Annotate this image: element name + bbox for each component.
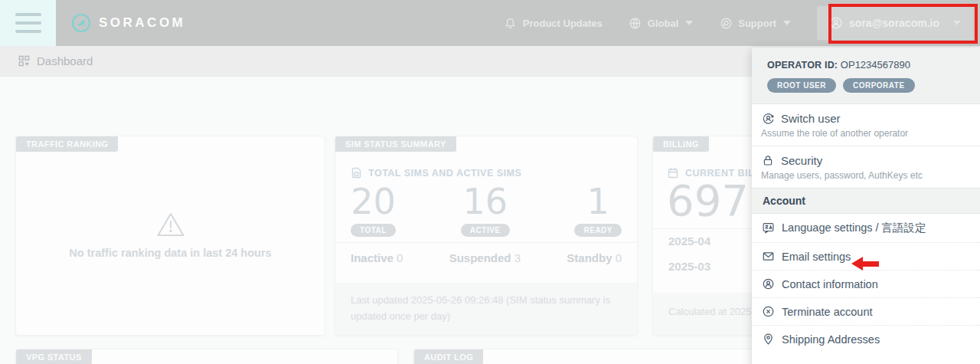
user-email-label: sora@soracom.io	[849, 17, 939, 29]
menu-item-language-settings[interactable]: Language settings / 言語設定	[752, 214, 980, 242]
billing-month-row[interactable]: 2025-04	[668, 234, 710, 248]
breadcrumb-dashboard[interactable]: Dashboard	[37, 54, 93, 67]
warning-icon	[156, 212, 185, 241]
bell-icon	[504, 17, 518, 30]
x-circle-icon	[761, 305, 775, 318]
billing-month-row[interactable]: 2025-03	[668, 260, 710, 273]
root-user-badge: ROOT USER	[767, 78, 836, 93]
hamburger-icon	[15, 13, 41, 16]
traffic-ranking-title: TRAFFIC RANKING	[16, 136, 118, 152]
terminate-account-label: Terminate account	[782, 306, 872, 318]
shipping-addresses-label: Shipping Addresses	[782, 333, 880, 346]
email-settings-label: Email settings	[782, 251, 851, 263]
chevron-down-icon	[783, 21, 791, 25]
product-updates-button[interactable]: Product Updates	[504, 17, 603, 30]
language-settings-label: Language settings / 言語設定	[782, 221, 926, 235]
hamburger-menu-button[interactable]	[0, 0, 56, 46]
status-badge: TOTAL	[351, 224, 396, 237]
soracom-logo[interactable]: SORACOM	[71, 13, 185, 33]
sim-status-inactive: Inactive 0	[351, 251, 403, 264]
menu-item-terminate-account[interactable]: Terminate account	[752, 297, 980, 325]
sim-stat-active: 16 ACTIVE	[461, 184, 510, 237]
audit-log-title: AUDIT LOG	[414, 349, 483, 364]
menu-item-email-settings[interactable]: Email settings	[752, 242, 980, 270]
contact-information-label: Contact information	[782, 278, 878, 290]
sim-stat-total: 20 TOTAL	[351, 184, 396, 237]
switch-user-description: Assume the role of another operator	[761, 128, 969, 139]
status-badge: READY	[574, 224, 622, 237]
sim-status-suspended: Suspended 3	[449, 251, 521, 264]
top-navbar: SORACOM Product Updates Global	[0, 0, 980, 46]
dashboard-icon	[17, 55, 31, 67]
sim-status-standby: Standby 0	[567, 251, 622, 264]
divider	[335, 242, 637, 243]
account-section-header: Account	[752, 188, 980, 214]
lock-icon	[761, 154, 775, 167]
menu-item-security[interactable]: Security Manage users, password, AuthKey…	[752, 146, 980, 188]
audit-log-card: AUDIT LOG	[413, 349, 796, 364]
corporate-badge: CORPORATE	[843, 78, 915, 93]
user-account-menu-button[interactable]: sora@soracom.io	[817, 6, 973, 40]
sim-stat-ready: 1 READY	[574, 184, 622, 237]
menu-item-switch-user[interactable]: Switch user Assume the role of another o…	[752, 104, 980, 146]
chevron-down-icon	[953, 21, 961, 25]
user-icon	[829, 16, 843, 30]
menu-item-contact-information[interactable]: Contact information	[752, 270, 980, 297]
global-label: Global	[648, 18, 678, 29]
traffic-ranking-card: TRAFFIC RANKING No traffic ranking data …	[15, 136, 325, 336]
sim-card-icon	[351, 167, 361, 179]
switch-user-label: Switch user	[781, 112, 841, 125]
billing-title: BILLING	[653, 136, 709, 152]
menu-item-shipping-addresses[interactable]: Shipping Addresses	[752, 325, 980, 353]
security-description: Manage users, password, AuthKeys etc	[761, 170, 969, 181]
operator-info-header: OPERATOR ID: OP1234567890 ROOT USER CORP…	[752, 48, 980, 104]
global-coverage-selector[interactable]: Global	[629, 17, 693, 30]
vpg-status-card: VPG STATUS	[15, 349, 398, 364]
vpg-status-title: VPG STATUS	[16, 349, 92, 364]
operator-id-value: OP1234567890	[841, 59, 910, 71]
mail-icon	[761, 250, 775, 263]
location-pin-icon	[761, 333, 775, 346]
security-label: Security	[781, 154, 822, 167]
switch-user-icon	[761, 112, 775, 125]
translate-icon	[761, 221, 775, 234]
globe-icon	[629, 17, 642, 30]
chevron-down-icon	[685, 21, 693, 25]
sim-status-title: SIM STATUS SUMMARY	[335, 136, 456, 152]
status-badge: ACTIVE	[461, 224, 510, 237]
traffic-ranking-empty-message: No traffic ranking data in last 24 hours	[69, 247, 271, 259]
user-account-dropdown: OPERATOR ID: OP1234567890 ROOT USER CORP…	[752, 48, 980, 364]
sim-status-summary-card: SIM STATUS SUMMARY TOTAL SIMS AND ACTIVE…	[335, 136, 638, 336]
support-menu-button[interactable]: Support	[719, 17, 791, 30]
support-icon	[719, 17, 733, 30]
contact-person-icon	[761, 277, 775, 290]
sim-status-footer: Last updated 2025-05-26 09:26:48 (SIM st…	[335, 283, 637, 335]
soracom-logo-icon	[71, 13, 91, 33]
soracom-logo-text: SORACOM	[99, 15, 185, 31]
support-label: Support	[738, 18, 776, 29]
product-updates-label: Product Updates	[523, 18, 603, 29]
operator-id-label: OPERATOR ID:	[767, 60, 838, 71]
sim-section-label: TOTAL SIMS AND ACTIVE SIMS	[368, 168, 521, 179]
